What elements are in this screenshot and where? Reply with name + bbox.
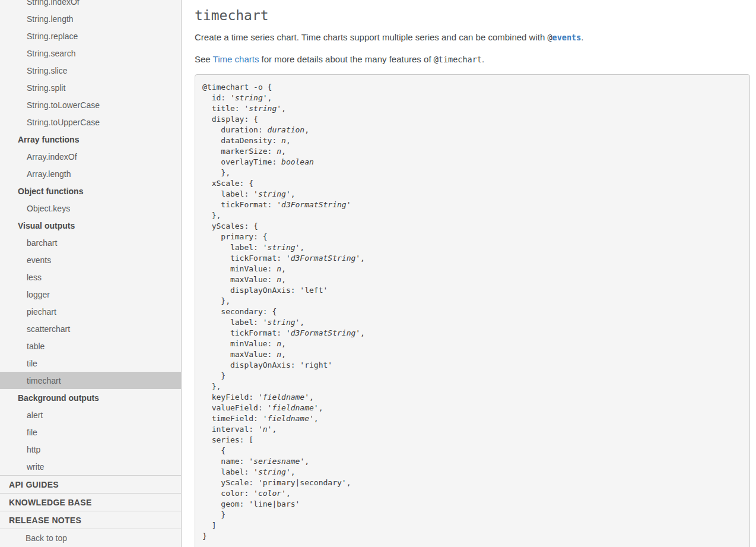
code-line: @timechart -o { [202, 82, 741, 93]
sidebar-item-table[interactable]: table [0, 337, 181, 355]
paragraph-text: . [482, 54, 484, 64]
sidebar-item-scatterchart[interactable]: scatterchart [0, 320, 181, 337]
sidebar-section-knowledge-base[interactable]: KNOWLEDGE BASE [0, 493, 181, 511]
code-line: primary: { [202, 232, 741, 242]
sidebar-item-file[interactable]: file [0, 423, 181, 441]
sidebar-section-api-guides[interactable]: API GUIDES [0, 475, 181, 493]
code-line: label: 'string', [202, 242, 741, 253]
code-line: id: 'string', [202, 93, 741, 103]
paragraph-text: Create a time series chart. Time charts … [195, 32, 547, 42]
code-line: displayOnAxis: 'right' [202, 360, 741, 371]
paragraph-text: for more details about the many features… [259, 54, 433, 64]
code-line: geom: 'line|bars' [202, 499, 741, 510]
code-line: overlayTime: boolean [202, 157, 741, 167]
code-line: } [202, 371, 741, 381]
code-line: }, [202, 167, 741, 178]
sidebar-item-visual-outputs: Visual outputs [0, 217, 181, 234]
code-line: duration: duration, [202, 125, 741, 135]
sidebar-item-barchart[interactable]: barchart [0, 234, 181, 251]
code-line: xScale: { [202, 178, 741, 189]
code-line: series: [ [202, 435, 741, 445]
code-line: keyField: 'fieldname', [202, 392, 741, 403]
code-line: maxValue: n, [202, 349, 741, 360]
code-line: secondary: { [202, 306, 741, 317]
code-line: yScales: { [202, 221, 741, 232]
sidebar-item-alert[interactable]: alert [0, 406, 181, 423]
sidebar-item-array-functions: Array functions [0, 131, 181, 148]
sidebar-nav: String.indexOfString.lengthString.replac… [0, 0, 181, 475]
code-line: }, [202, 296, 741, 306]
code-line: yScale: 'primary|secondary', [202, 478, 741, 488]
code-line: minValue: n, [202, 339, 741, 349]
time-charts-link[interactable]: Time charts [213, 54, 259, 64]
events-link[interactable]: events [552, 33, 582, 42]
sidebar-item-string-slice[interactable]: String.slice [0, 62, 181, 79]
sidebar-item-string-replace[interactable]: String.replace [0, 27, 181, 45]
sidebar-item-array-length[interactable]: Array.length [0, 165, 181, 182]
code-line: maxValue: n, [202, 274, 741, 285]
sidebar-item-less[interactable]: less [0, 268, 181, 286]
code-line: name: 'seriesname', [202, 456, 741, 467]
inline-code: @ [547, 33, 552, 42]
code-line: }, [202, 210, 741, 221]
sidebar-item-logger[interactable]: logger [0, 286, 181, 303]
paragraph-text: See [195, 54, 213, 64]
code-line: timeField: 'fieldname', [202, 413, 741, 424]
sidebar-item-object-functions: Object functions [0, 182, 181, 200]
page-title: timechart [195, 8, 750, 23]
code-line: } [202, 510, 741, 520]
code-line: markerSize: n, [202, 146, 741, 157]
code-content: @timechart -o { id: 'string', title: 'st… [202, 82, 741, 542]
sidebar-item-string-length[interactable]: String.length [0, 10, 181, 27]
code-line: ] [202, 520, 741, 531]
code-line: minValue: n, [202, 264, 741, 274]
sidebar-item-string-indexof[interactable]: String.indexOf [0, 0, 181, 10]
sidebar-item-tile[interactable]: tile [0, 355, 181, 372]
sidebar-item-string-touppercase[interactable]: String.toUpperCase [0, 113, 181, 131]
sidebar: String.indexOfString.lengthString.replac… [0, 0, 182, 547]
sidebar-item-background-outputs: Background outputs [0, 389, 181, 406]
sidebar-item-string-tolowercase[interactable]: String.toLowerCase [0, 96, 181, 113]
sidebar-item-string-search[interactable]: String.search [0, 45, 181, 62]
code-line: displayOnAxis: 'left' [202, 285, 741, 296]
sidebar-item-piechart[interactable]: piechart [0, 303, 181, 320]
code-line: display: { [202, 114, 741, 125]
sidebar-bottom-sections: API GUIDESKNOWLEDGE BASERELEASE NOTES [0, 475, 181, 529]
code-line: interval: 'n', [202, 424, 741, 435]
code-line: color: 'color', [202, 488, 741, 499]
code-line: label: 'string', [202, 189, 741, 200]
code-line: label: 'string', [202, 467, 741, 478]
code-block: @timechart -o { id: 'string', title: 'st… [195, 74, 750, 547]
inline-code: @timechart [434, 55, 482, 64]
sidebar-item-events[interactable]: events [0, 251, 181, 268]
sidebar-section-release-notes[interactable]: RELEASE NOTES [0, 511, 181, 529]
code-line: tickFormat: 'd3FormatString', [202, 253, 741, 264]
sidebar-item-http[interactable]: http [0, 441, 181, 458]
main-content: timechart Create a time series chart. Ti… [182, 0, 756, 547]
code-line: valueField: 'fieldname', [202, 403, 741, 413]
sidebar-item-string-split[interactable]: String.split [0, 79, 181, 96]
code-line: } [202, 531, 741, 542]
code-line: }, [202, 381, 741, 392]
sidebar-item-write[interactable]: write [0, 458, 181, 475]
code-line: tickFormat: 'd3FormatString' [202, 200, 741, 210]
back-to-top-link[interactable]: Back to top [0, 529, 181, 547]
code-line: tickFormat: 'd3FormatString', [202, 328, 741, 339]
code-line: { [202, 445, 741, 456]
sidebar-item-object-keys[interactable]: Object.keys [0, 200, 181, 217]
sidebar-item-timechart[interactable]: timechart [0, 372, 181, 389]
paragraph-text: . [581, 32, 583, 42]
page: String.indexOfString.lengthString.replac… [0, 0, 756, 547]
intro-paragraph: Create a time series chart. Time charts … [195, 32, 750, 43]
code-line: dataDensity: n, [202, 135, 741, 146]
code-line: title: 'string', [202, 103, 741, 114]
code-line: label: 'string', [202, 317, 741, 328]
sidebar-item-array-indexof[interactable]: Array.indexOf [0, 148, 181, 165]
see-also-paragraph: See Time charts for more details about t… [195, 54, 750, 65]
